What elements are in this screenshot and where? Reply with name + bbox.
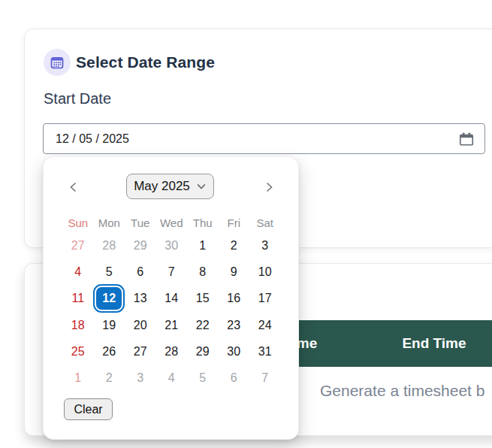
day-cell[interactable]: 10 [249,259,281,285]
day-cell[interactable]: 8 [187,259,219,285]
day-cell[interactable]: 20 [125,312,156,338]
chevron-left-icon [68,181,80,193]
day-cell[interactable]: 15 [187,286,219,312]
day-cell-selected[interactable]: 12 [95,286,123,311]
day-cell[interactable]: 14 [156,286,188,312]
day-cell[interactable]: 18 [62,312,94,338]
day-cell[interactable]: 29 [187,338,219,365]
day-cell[interactable]: 1 [187,232,219,259]
day-cell[interactable]: 28 [94,232,125,259]
day-cell[interactable]: 3 [249,232,281,259]
day-cell[interactable]: 4 [62,259,94,285]
weekday-wed: Wed [156,213,188,232]
page-title: Select Date Range [76,49,215,76]
day-cell[interactable]: 25 [62,338,94,365]
day-cell[interactable]: 2 [94,365,125,391]
day-cell[interactable]: 3 [125,365,156,391]
day-cell[interactable]: 5 [94,259,125,285]
day-cell[interactable]: 6 [219,365,250,391]
day-cell[interactable]: 27 [125,338,156,365]
day-cell[interactable]: 31 [249,338,281,365]
previous-month-button[interactable] [64,177,83,197]
day-cell[interactable]: 19 [94,312,125,338]
next-month-button[interactable] [259,177,279,197]
day-cell[interactable]: 13 [125,286,156,312]
day-cell[interactable]: 29 [125,232,156,259]
day-cell[interactable]: 23 [219,312,250,338]
day-cell[interactable]: 22 [187,312,219,338]
day-cell[interactable]: 4 [156,365,188,391]
day-cell[interactable]: 1 [62,365,94,391]
start-date-input-wrap [43,123,485,154]
day-cell[interactable]: 9 [219,259,250,285]
day-cell[interactable]: 17 [249,286,281,312]
start-date-input[interactable] [44,124,484,153]
day-cell[interactable]: 7 [156,259,188,285]
calendar-icon[interactable] [458,131,475,147]
day-cell[interactable]: 27 [62,232,94,259]
day-cell[interactable]: 30 [219,338,250,365]
calendar-grid: 2728293012345678910111213141516171819202… [62,232,281,392]
timesheet-empty-message: Generate a timesheet b [320,382,484,400]
weekday-row: SunMonTueWedThuFriSat [62,213,281,232]
clear-button[interactable]: Clear [64,398,113,420]
column-header-end-time: End Time [402,320,466,367]
weekday-fri: Fri [219,213,250,232]
day-cell[interactable]: 2 [219,232,250,259]
month-year-label: May 2025 [134,179,190,194]
day-cell[interactable]: 16 [219,286,250,312]
day-cell[interactable]: 24 [249,312,281,338]
day-cell[interactable]: 21 [156,312,188,338]
calendar-grid-icon [44,49,71,76]
date-picker-popup: May 2025 SunMonTueWedThuFriSat 272829301… [43,156,299,440]
day-cell[interactable]: 5 [187,365,219,391]
day-cell[interactable]: 26 [94,338,125,365]
day-cell[interactable]: 11 [62,286,94,312]
chevron-right-icon [263,181,275,193]
weekday-mon: Mon [94,213,125,232]
weekday-sat: Sat [249,213,281,232]
weekday-tue: Tue [125,213,156,232]
weekday-sun: Sun [62,213,94,232]
day-cell[interactable]: 28 [156,338,188,365]
month-year-select[interactable]: May 2025 [126,174,214,199]
day-cell[interactable]: 6 [125,259,156,285]
day-cell[interactable]: 7 [249,365,281,391]
day-cell[interactable]: 30 [156,232,188,259]
weekday-thu: Thu [187,213,219,232]
start-date-label: Start Date [44,90,111,107]
chevron-down-icon [196,181,207,192]
